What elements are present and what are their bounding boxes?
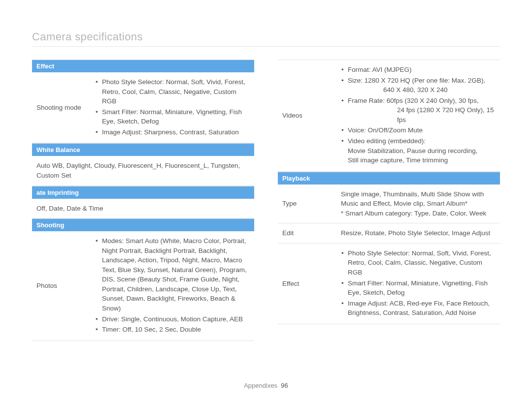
- list-item: Format: AVI (MJPEG): [341, 65, 497, 75]
- bullet-sub: Movie Stabilization, Pause during record…: [348, 146, 497, 156]
- list-item: Photo Style Selector: Normal, Soft, Vivi…: [341, 248, 497, 278]
- section-header-white-balance: White Balance: [32, 143, 254, 156]
- bullet-text: Video editing (embedded):: [348, 137, 426, 145]
- footer-page-number: 96: [281, 382, 288, 389]
- section-header-playback: Playback: [278, 172, 500, 185]
- page-title: Camera specifications: [32, 31, 500, 47]
- bullet-sub: 640 X 480, 320 X 240: [348, 85, 497, 95]
- list-item: Size: 1280 X 720 HQ (Per one file: Max. …: [341, 76, 497, 95]
- list-item: Photo Style Selector: Normal, Soft, Vivi…: [95, 77, 251, 106]
- list-item: Frame Rate: 60fps (320 X 240 Only), 30 f…: [341, 96, 497, 125]
- section-header-effect: Effect: [32, 60, 254, 72]
- bullet-sub: 24 fps (1280 X 720 HQ Only), 15 fps: [348, 105, 497, 124]
- cell-value: Single image, Thumbnails, Multi Slide Sh…: [341, 185, 500, 223]
- list-item: Video editing (embedded): Movie Stabiliz…: [341, 136, 497, 165]
- row-videos: Videos Format: AVI (MJPEG) Size: 1280 X …: [278, 60, 500, 172]
- bullet-text: Size: 1280 X 720 HQ (Per one file: Max. …: [348, 77, 485, 84]
- cell-value: Photo Style Selector: Normal, Soft, Vivi…: [95, 72, 254, 143]
- cell-value: Resize, Rotate, Photo Style Selector, Im…: [341, 223, 500, 243]
- list-item: Drive: Single, Continuous, Motion Captur…: [95, 314, 251, 324]
- cell-label: Photos: [32, 231, 95, 340]
- section-header-date-imprinting: ate Imprinting: [32, 186, 254, 199]
- cell-value: Photo Style Selector: Normal, Soft, Vivi…: [341, 244, 500, 324]
- bullet-sub: Still image capture, Time trimming: [348, 155, 497, 165]
- footer-label: Appendixes: [244, 382, 277, 389]
- list-item: Timer: Off, 10 Sec, 2 Sec, Double: [95, 325, 251, 335]
- section-header-shooting: Shooting: [32, 218, 254, 231]
- cell-value: Auto WB, Daylight, Cloudy, Fluorescent_H…: [32, 156, 254, 185]
- left-column: Effect Shooting mode Photo Style Selecto…: [32, 60, 254, 341]
- row-shooting-photos: Photos Modes: Smart Auto (White, Macro C…: [32, 231, 254, 341]
- row-playback-edit: Edit Resize, Rotate, Photo Style Selecto…: [278, 223, 500, 244]
- right-column: Videos Format: AVI (MJPEG) Size: 1280 X …: [278, 60, 500, 341]
- list-item: Smart Filter: Normal, Miniature, Vignett…: [95, 107, 251, 126]
- cell-label: Shooting mode: [32, 72, 95, 143]
- list-item: Modes: Smart Auto (White, Macro Color, P…: [95, 236, 251, 313]
- list-item: Image Adjust: ACB, Red-eye Fix, Face Ret…: [341, 299, 497, 318]
- cell-label: Type: [278, 185, 341, 223]
- row-date-imprinting: Off, Date, Date & Time: [32, 199, 254, 219]
- cell-label: Effect: [278, 244, 341, 324]
- list-item: Voice: On/Off/Zoom Mute: [341, 125, 497, 135]
- cell-label: Videos: [278, 60, 341, 171]
- row-playback-type: Type Single image, Thumbnails, Multi Sli…: [278, 185, 500, 224]
- cell-value: Off, Date, Date & Time: [32, 199, 254, 218]
- cell-value: Modes: Smart Auto (White, Macro Color, P…: [95, 231, 254, 340]
- content-columns: Effect Shooting mode Photo Style Selecto…: [32, 60, 500, 341]
- list-item: Smart Filter: Normal, Miniature, Vignett…: [341, 278, 497, 298]
- row-playback-effect: Effect Photo Style Selector: Normal, Sof…: [278, 244, 500, 324]
- page-footer: Appendixes 96: [0, 382, 532, 389]
- bullet-text: Frame Rate: 60fps (320 X 240 Only), 30 f…: [348, 97, 479, 104]
- list-item: Image Adjust: Sharpness, Contrast, Satur…: [95, 127, 251, 137]
- row-white-balance: Auto WB, Daylight, Cloudy, Fluorescent_H…: [32, 156, 254, 185]
- cell-label: Edit: [278, 223, 341, 243]
- cell-value: Format: AVI (MJPEG) Size: 1280 X 720 HQ …: [341, 60, 500, 171]
- row-effect-shooting-mode: Shooting mode Photo Style Selector: Norm…: [32, 72, 254, 143]
